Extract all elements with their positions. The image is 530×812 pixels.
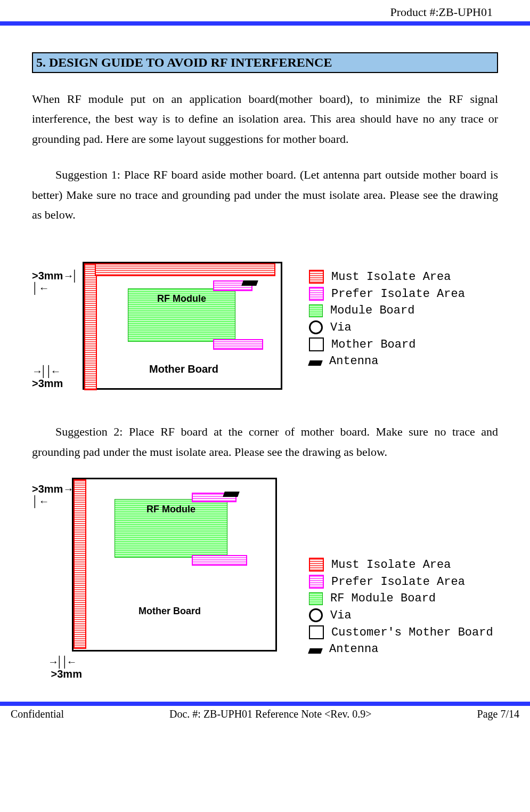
antenna-shape-2: [223, 492, 240, 497]
prefer-isolate-bottom: [213, 339, 263, 350]
bottom-clearance-marker-2: →│ │← >3mm: [48, 656, 82, 680]
swatch-via-icon: [309, 608, 323, 622]
legend-prefer: Prefer Isolate Area: [331, 575, 465, 589]
figure-1: >3mm→││← →│ │←>3mm RF Module Mother Boar…: [32, 240, 498, 400]
page-footer: Confidential Doc. #: ZB-UPH01 Reference …: [0, 706, 530, 731]
mother-board-label-2: Mother Board: [138, 606, 201, 617]
swatch-via-icon: [309, 320, 323, 334]
swatch-mother-icon: [309, 625, 324, 639]
swatch-module-icon: [309, 592, 323, 605]
swatch-antenna-icon: [308, 360, 323, 366]
legend-antenna: Antenna: [329, 355, 378, 368]
legend-module: Module Board: [330, 304, 414, 317]
legend-mother: Mother Board: [331, 338, 415, 351]
legend-prefer: Prefer Isolate Area: [331, 287, 465, 301]
paragraph-sugg1: Suggestion 1: Place RF board aside mothe…: [32, 165, 498, 224]
swatch-mother-icon: [309, 337, 324, 351]
swatch-antenna-icon: [308, 648, 323, 654]
antenna-shape: [241, 280, 258, 286]
legend-1: Must Isolate Area Prefer Isolate Area Mo…: [309, 270, 465, 371]
diagram-1: >3mm→││← →│ │←>3mm RF Module Mother Boar…: [32, 240, 282, 400]
legend-module: RF Module Board: [330, 592, 436, 605]
legend-must: Must Isolate Area: [331, 270, 451, 284]
legend-mother: Customer's Mother Board: [331, 626, 493, 639]
swatch-prefer-icon: [309, 575, 324, 589]
top-clearance-marker-2: >3mm→││←: [32, 483, 76, 508]
rf-module-box: RF Module: [128, 288, 235, 342]
must-isolate-top: [95, 263, 275, 276]
bottom-clearance-marker: →│ │←>3mm: [32, 365, 63, 390]
swatch-must-icon: [309, 558, 324, 572]
section-title: 5. DESIGN GUIDE TO AVOID RF INTERFERENCE: [32, 52, 498, 73]
top-rule: [0, 21, 530, 26]
paragraph-intro: When RF module put on an application boa…: [32, 89, 498, 149]
legend-antenna: Antenna: [329, 642, 378, 656]
must-isolate-left: [84, 263, 97, 390]
legend-must: Must Isolate Area: [331, 558, 451, 572]
legend-via: Via: [330, 321, 352, 334]
product-header: Product #:ZB-UPH01: [32, 5, 498, 19]
swatch-must-icon: [309, 270, 324, 284]
paragraph-sugg2: Suggestion 2: Place RF board at the corn…: [32, 422, 498, 462]
rf-module-box-2: RF Module: [115, 499, 227, 558]
figure-2: >3mm→││← →│ │← >3mm RF Module Mother Boa…: [32, 478, 498, 680]
swatch-module-icon: [309, 304, 323, 317]
legend-2: Must Isolate Area Prefer Isolate Area RF…: [309, 558, 493, 659]
footer-left: Confidential: [11, 708, 64, 720]
top-clearance-marker: >3mm→││←: [32, 270, 76, 294]
swatch-prefer-icon: [309, 287, 324, 301]
legend-via: Via: [330, 609, 352, 622]
diagram-2: >3mm→││← →│ │← >3mm RF Module Mother Boa…: [32, 478, 282, 680]
prefer-isolate-bottom-2: [192, 555, 247, 566]
footer-right: Page 7/14: [477, 708, 519, 720]
must-isolate-left-2: [74, 479, 86, 649]
footer-center: Doc. #: ZB-UPH01 Reference Note <Rev. 0.…: [169, 708, 372, 720]
bottom-rule: [0, 702, 530, 706]
mother-board-label: Mother Board: [149, 363, 218, 375]
